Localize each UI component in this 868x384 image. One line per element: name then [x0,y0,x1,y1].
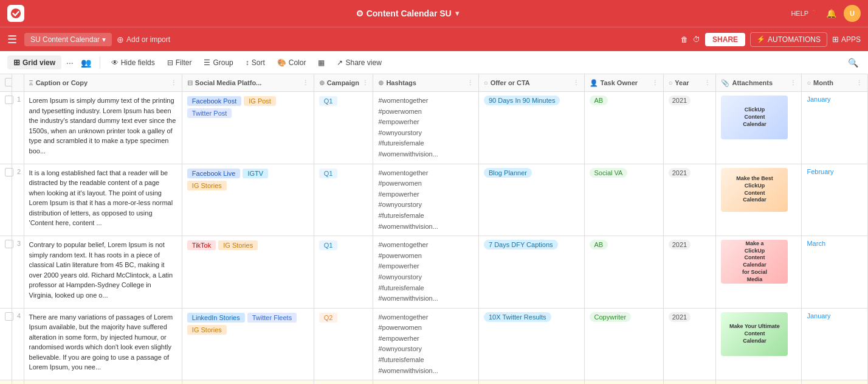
title-dropdown-arrow[interactable]: ▾ [455,9,459,18]
row-attachment[interactable]: ClickUpContentCalendar [716,92,802,164]
row-attachment[interactable]: Make aClickUpContentCalendarfor SocialMe… [716,236,802,309]
campaign-badge[interactable]: Q1 [319,96,338,106]
row-year[interactable]: 2021 [663,92,716,164]
row-owner[interactable]: AB [584,236,663,309]
row-hashtags[interactable]: #womentogether#powerwomen#empowerher#own… [373,164,479,236]
platform-tag[interactable]: LinkedIn Stories [187,313,245,323]
row-year[interactable]: 2021 [663,164,716,236]
row-owner[interactable]: OBM [584,380,663,384]
offer-badge[interactable]: 10X Twitter Results [484,312,551,322]
add-import-button[interactable]: ⊕ Add or import [117,35,170,44]
row-platform[interactable]: Facebook PostIG PostTwitter Post [182,92,314,164]
avatar[interactable]: U [844,5,861,22]
platform-tag[interactable]: Facebook Live [187,169,241,178]
row-caption[interactable]: It is a long established fact that a rea… [24,164,182,236]
row-offer[interactable]: 10X Twitter Results [478,308,584,380]
campaign-badge[interactable]: Q1 [319,169,338,178]
row-platform[interactable]: TikTokIG Stories [182,236,314,309]
row-campaign[interactable]: Q1 [314,236,373,309]
row-caption[interactable]: Contrary to popular belief, Lorem Ipsum … [24,236,182,309]
row-month[interactable]: February [802,380,868,384]
row-hashtags[interactable]: #womentogether#powerwomen#empowerher#own… [373,236,479,309]
row-year[interactable]: 2021 [663,380,716,384]
row-platform[interactable]: Facebook LiveIGTVIG Stories [182,164,314,236]
platform-tag[interactable]: IGTV [243,169,268,178]
month-col-resize[interactable]: ⋮ [856,79,863,87]
row-offer[interactable]: 7 Days DFY Captions [478,236,584,309]
notification-bell[interactable]: 🔔 [826,9,836,18]
workspace-button[interactable]: SU Content Calendar ▾ [24,33,112,46]
hamburger-menu[interactable]: ☰ [7,33,17,46]
tab-grid-view[interactable]: ⊞ Grid view [7,55,61,69]
year-col-resize[interactable]: ⋮ [704,79,711,87]
filter-button[interactable]: ⊟ Filter [162,56,197,69]
row-month[interactable]: February [802,164,868,236]
platform-tag[interactable]: IG Post [244,96,276,106]
platform-tag[interactable]: Facebook Post [187,96,241,106]
row-owner[interactable]: Social VA [584,164,663,236]
view-people-icon[interactable]: 👥 [78,58,94,68]
share-button[interactable]: SHARE [705,33,745,46]
row-platform[interactable]: Facebook PostIG PostTwitter Post [182,380,314,384]
row-caption[interactable]: Lorem Ipsum is simply dummy text of the … [24,92,182,164]
row-offer[interactable]: Blog Planner [478,164,584,236]
group-button[interactable]: ☰ Group [199,56,238,69]
history-button[interactable]: ⏱ [693,35,700,44]
row-hashtags[interactable]: #womentogether#powerwomen#empowerher#own… [373,308,479,380]
search-button[interactable]: 🔍 [846,55,861,70]
select-all-checkbox[interactable] [5,78,12,86]
header-checkbox[interactable] [0,74,12,92]
campaign-badge[interactable]: Q1 [319,240,338,250]
row-campaign[interactable]: Q1 [314,164,373,236]
owner-badge[interactable]: Copywriter [590,312,632,322]
platform-tag[interactable]: IG Stories [187,325,227,335]
platform-tag[interactable]: Twitter Post [187,108,232,118]
row-hashtags[interactable]: #womentogether#powerwomen#empowerher#own… [373,92,479,164]
platform-col-resize[interactable]: ⋮ [302,79,309,87]
row-offer[interactable]: 90 Days In 90 Minutes [478,92,584,164]
row-campaign[interactable]: Q1 [314,92,373,164]
share-view-button[interactable]: ↗ Share view [332,56,386,69]
platform-tag[interactable]: IG Stories [187,181,227,190]
row-month[interactable]: January [802,92,868,164]
caption-col-resize[interactable]: ⋮ [170,79,177,87]
offer-badge[interactable]: 90 Days In 90 Minutes [484,96,560,105]
row-attachment[interactable]: Make aContentCalendarwith GoogleSheets [716,380,802,384]
platform-tag[interactable]: Twitter Fleets [247,313,297,323]
color-button[interactable]: 🎨 Color [272,56,311,69]
row-checkbox[interactable] [5,96,13,104]
row-campaign[interactable]: Q3 [314,380,373,384]
owner-badge[interactable]: Social VA [590,168,628,178]
platform-tag[interactable]: TikTok [187,240,216,250]
row-year[interactable]: 2021 [663,236,716,309]
offer-col-resize[interactable]: ⋮ [573,79,579,87]
campaign-col-resize[interactable]: ⋮ [362,79,368,87]
app-logo[interactable] [7,5,24,22]
row-caption[interactable]: There are many variations of passages of… [24,308,182,380]
row-year[interactable]: 2021 [663,308,716,380]
offer-badge[interactable]: Blog Planner [484,168,532,178]
row-platform[interactable]: LinkedIn StoriesTwitter FleetsIG Stories [182,308,314,380]
apps-button[interactable]: ⊞ APPS [832,35,861,44]
platform-tag[interactable]: IG Stories [218,240,258,250]
column-hide-button[interactable]: ▦ [313,56,329,69]
row-month[interactable]: January [802,308,868,380]
row-owner[interactable]: AB [584,92,663,164]
row-checkbox[interactable] [5,240,13,248]
automations-button[interactable]: ⚡ AUTOMATIONS [750,32,827,47]
hide-fields-button[interactable]: 👁 Hide fields [106,56,160,69]
sort-button[interactable]: ↕ Sort [241,56,270,69]
row-checkbox[interactable] [5,312,13,321]
delete-button[interactable]: 🗑 [681,35,688,44]
owner-badge[interactable]: AB [590,240,608,250]
campaign-badge[interactable]: Q2 [319,313,338,323]
row-hashtags[interactable]: #womentogether#powerwomen#empowerher#own… [373,380,479,384]
row-owner[interactable]: Copywriter [584,308,663,380]
row-month[interactable]: March [802,236,868,309]
help-link[interactable]: HELP ❓ [791,10,819,18]
attach-col-resize[interactable]: ⋮ [790,79,796,87]
row-caption[interactable]: ✏The standard chunk of Lorem Ipsum used … [24,380,182,384]
row-attachment[interactable]: Make Your UltimateContentCalendar [716,308,802,380]
row-offer[interactable]: 90 Days In 90 Minutes [478,380,584,384]
row-attachment[interactable]: Make the BestClickUpContentCalendar [716,164,802,236]
